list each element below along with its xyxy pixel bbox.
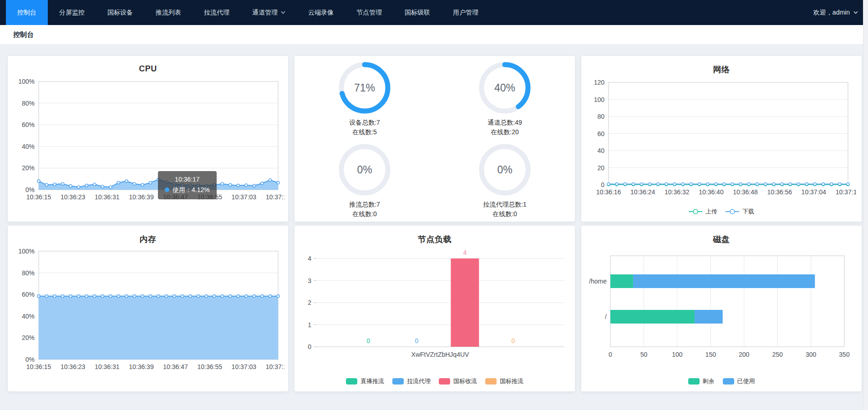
gauge-label-line: 拉流代理总数:1 <box>483 200 527 209</box>
gauge-label-line: 在线数:0 <box>352 209 377 219</box>
panel-cpu: CPU 0%20%40%60%80%100%10:36:1510:36:2310… <box>8 56 288 222</box>
nav-item-label: 国标设备 <box>107 9 133 17</box>
svg-text:0: 0 <box>415 337 418 344</box>
network-chart-svg[interactable]: 02040608010012010:36:1610:36:2410:36:321… <box>587 77 856 205</box>
svg-text:60%: 60% <box>22 121 35 128</box>
svg-text:20%: 20% <box>22 334 35 341</box>
svg-text:120: 120 <box>594 79 605 86</box>
user-menu[interactable]: 欢迎，admin <box>813 0 858 25</box>
svg-text:10:36:55: 10:36:55 <box>197 193 222 201</box>
nav-item-channel-mgmt[interactable]: 通道管理 <box>241 0 297 25</box>
nav-item-push-list[interactable]: 推流列表 <box>144 0 193 25</box>
panel-title-memory: 内存 <box>8 234 288 245</box>
nav-item-console[interactable]: 控制台 <box>6 0 48 25</box>
gauge-channels: 40%通道总数:49在线数:20 <box>435 58 575 140</box>
network-chart[interactable]: 02040608010012010:36:1610:36:2410:36:321… <box>587 77 856 207</box>
gauge-grid: 71%设备总数:7在线数:540%通道总数:49在线数:200%推流总数:7在线… <box>294 58 575 222</box>
svg-text:60%: 60% <box>22 291 35 298</box>
svg-text:10:36:31: 10:36:31 <box>95 193 120 201</box>
legend-label: 国标推流 <box>500 377 523 385</box>
nav-item-gb-cascade[interactable]: 国标级联 <box>393 0 442 25</box>
svg-text:10:37:13: 10:37:13 <box>266 363 284 370</box>
svg-text:60: 60 <box>597 130 604 137</box>
svg-text:10:37:04: 10:37:04 <box>802 188 827 196</box>
legend-item-used[interactable]: 已使用 <box>723 377 755 385</box>
load-chart-svg[interactable]: 012340040XwFtVZrtZbHJq4UV <box>300 247 571 369</box>
gauge-label-line: 设备总数:7 <box>349 118 380 127</box>
nav-item-split-monitor[interactable]: 分屏监控 <box>48 0 96 25</box>
svg-text:10:36:55: 10:36:55 <box>197 363 222 370</box>
svg-text:0: 0 <box>601 181 604 188</box>
legend-label: 直播推流 <box>360 377 384 385</box>
svg-text:10:36:15: 10:36:15 <box>26 193 51 201</box>
nav-item-label: 拉流代理 <box>204 9 229 17</box>
legend-label: 剩余 <box>703 377 715 385</box>
legend-item-pull-proxy[interactable]: 拉流代理 <box>392 377 431 385</box>
legend-item-gb-push[interactable]: 国标推流 <box>485 377 523 385</box>
legend-swatch <box>346 378 357 385</box>
svg-text:250: 250 <box>772 351 783 358</box>
panel-memory: 内存 0%20%40%60%80%100%10:36:1510:36:2310:… <box>8 226 288 391</box>
nav-item-label: 国标级联 <box>405 9 430 17</box>
nav-item-node-mgmt[interactable]: 节点管理 <box>345 0 393 25</box>
legend-item-upload[interactable]: 上传 <box>689 208 717 216</box>
disk-chart-svg[interactable]: 050100150200250300350/home/ <box>587 247 858 369</box>
svg-text:10:36:15: 10:36:15 <box>26 363 51 370</box>
node-load-chart[interactable]: 012340040XwFtVZrtZbHJq4UV <box>300 247 571 370</box>
svg-text:10:37:14: 10:37:14 <box>836 188 856 196</box>
legend-swatch <box>439 378 450 385</box>
cpu-chart-svg[interactable]: 0%20%40%60%80%100%10:36:1510:36:2310:36:… <box>13 77 284 209</box>
svg-text:2: 2 <box>308 299 311 306</box>
nav-item-user-mgmt[interactable]: 用户管理 <box>442 0 490 25</box>
nav-item-pull-proxy[interactable]: 拉流代理 <box>193 0 241 25</box>
devices-gauge-svg: 71% <box>337 61 392 115</box>
svg-text:4: 4 <box>308 255 311 262</box>
svg-text:/home: /home <box>589 278 607 285</box>
svg-text:/: / <box>605 313 607 320</box>
svg-text:0: 0 <box>609 351 612 358</box>
svg-text:10:36:23: 10:36:23 <box>61 363 86 370</box>
page-scrollbar[interactable] <box>863 0 868 410</box>
svg-text:10:36:39: 10:36:39 <box>129 363 154 370</box>
nav-item-cloud-record[interactable]: 云端录像 <box>297 0 345 25</box>
legend-swatch <box>723 378 734 385</box>
gauge-pull-proxies: 0%拉流代理总数:1在线数:0 <box>435 140 575 222</box>
gauge-label-line: 在线数:0 <box>492 209 517 219</box>
breadcrumb: 控制台 <box>13 30 34 39</box>
node-load-legend: 直播推流拉流代理国标收流国标推流 <box>294 377 575 385</box>
svg-text:10:36:40: 10:36:40 <box>699 188 724 196</box>
legend-item-download[interactable]: 下载 <box>726 208 754 216</box>
svg-text:71%: 71% <box>354 82 375 94</box>
svg-text:40: 40 <box>597 147 604 154</box>
gauge-push-streams: 0%推流总数:7在线数:0 <box>294 140 435 222</box>
memory-chart[interactable]: 0%20%40%60%80%100%10:36:1510:36:2310:36:… <box>13 247 284 380</box>
svg-text:0: 0 <box>512 337 515 344</box>
nav-item-gb-device[interactable]: 国标设备 <box>96 0 144 25</box>
gauge-label-line: 通道总数:49 <box>487 118 522 127</box>
nav-item-label: 控制台 <box>17 9 36 17</box>
svg-text:0: 0 <box>366 337 370 344</box>
memory-chart-svg[interactable]: 0%20%40%60%80%100%10:36:1510:36:2310:36:… <box>13 247 284 379</box>
svg-text:20: 20 <box>597 164 604 172</box>
legend-swatch <box>392 378 404 385</box>
panel-title-node-load: 节点负载 <box>294 234 575 245</box>
gauge-label-line: 推流总数:7 <box>349 200 380 209</box>
legend-item-gb-receive[interactable]: 国标收流 <box>439 377 477 385</box>
svg-text:50: 50 <box>640 351 648 358</box>
legend-item-free[interactable]: 剩余 <box>688 377 715 385</box>
svg-text:10:36:39: 10:36:39 <box>129 193 154 201</box>
panel-title-network: 网络 <box>581 64 862 75</box>
panel-title-cpu: CPU <box>8 64 288 74</box>
legend-item-live-push[interactable]: 直播推流 <box>346 377 384 385</box>
nav-item-label: 分屏监控 <box>59 9 85 17</box>
channels-gauge-svg: 40% <box>477 61 532 115</box>
svg-text:100%: 100% <box>18 248 35 255</box>
panel-title-disk: 磁盘 <box>581 234 862 245</box>
svg-text:10:36:23: 10:36:23 <box>61 193 86 201</box>
disk-chart[interactable]: 050100150200250300350/home/ <box>587 247 858 370</box>
svg-text:20%: 20% <box>22 164 35 172</box>
nav-item-label: 推流列表 <box>156 9 181 17</box>
push-streams-gauge-svg: 0% <box>337 142 392 197</box>
svg-text:3: 3 <box>308 277 311 284</box>
cpu-chart[interactable]: 0%20%40%60%80%100%10:36:1510:36:2310:36:… <box>13 77 284 211</box>
